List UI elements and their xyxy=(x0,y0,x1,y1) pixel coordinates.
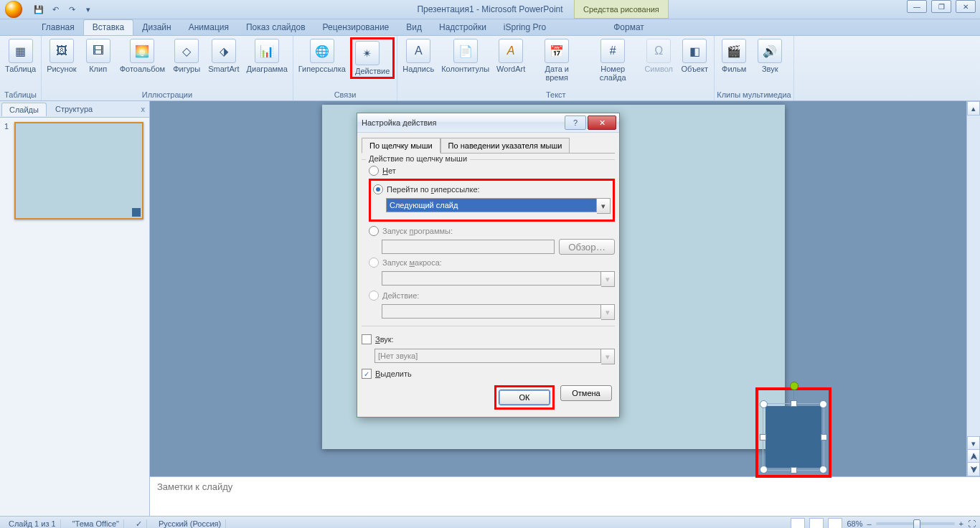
clip-button[interactable]: 🎞Клип xyxy=(81,37,116,75)
dialog-help-icon[interactable]: ? xyxy=(565,116,586,130)
redo-icon[interactable]: ↷ xyxy=(65,2,79,16)
zoom-percent[interactable]: 68% xyxy=(847,519,862,528)
notes-pane[interactable]: Заметки к слайду xyxy=(150,476,980,516)
radio-icon[interactable] xyxy=(373,184,383,194)
radio-icon[interactable] xyxy=(369,166,379,176)
group-illustrations-title: Иллюстрации xyxy=(44,90,291,100)
textbox-button[interactable]: AНадпись xyxy=(400,37,437,75)
status-language[interactable]: Русский (Россия) xyxy=(154,519,226,528)
header-footer-icon: 📄 xyxy=(453,39,478,63)
tab-review[interactable]: Рецензирование xyxy=(314,20,398,35)
tab-addins[interactable]: Надстройки xyxy=(430,20,495,35)
tab-ispring[interactable]: iSpring Pro xyxy=(495,20,555,35)
wordart-button[interactable]: AWordArt xyxy=(494,37,528,75)
resize-handle[interactable] xyxy=(819,400,827,408)
action-button[interactable]: ✴Действие xyxy=(350,37,395,79)
tab-animation[interactable]: Анимация xyxy=(180,20,237,35)
sound-combo: ▾ xyxy=(374,349,615,364)
resize-handle[interactable] xyxy=(791,467,797,473)
zoom-thumb[interactable] xyxy=(913,519,920,528)
resize-handle[interactable] xyxy=(821,434,827,440)
vertical-scrollbar[interactable]: ▴ ▾ ⮝ ⮟ xyxy=(966,101,980,476)
dropdown-arrow-icon[interactable]: ▾ xyxy=(597,198,611,214)
sound-button[interactable]: 🔊Звук xyxy=(753,37,787,75)
hyperlink-combo[interactable]: ▾ xyxy=(386,198,611,214)
zoom-slider[interactable] xyxy=(876,522,955,525)
ribbon: ▦Таблица Таблицы 🖼Рисунок 🎞Клип 🌅Фотоаль… xyxy=(0,36,980,101)
photoalbum-button[interactable]: 🌅Фотоальбом xyxy=(117,37,169,75)
picture-button[interactable]: 🖼Рисунок xyxy=(44,37,80,75)
movie-button[interactable]: 🎬Фильм xyxy=(717,37,751,75)
qa-customize-icon[interactable]: ▾ xyxy=(81,2,95,16)
radio-none[interactable]: Нет xyxy=(369,164,615,177)
spellcheck-icon[interactable]: ✓ xyxy=(131,519,147,529)
resize-handle[interactable] xyxy=(760,434,766,440)
pane-close-icon[interactable]: x xyxy=(141,105,146,113)
tab-slideshow[interactable]: Показ слайдов xyxy=(237,20,314,35)
tab-view[interactable]: Вид xyxy=(397,20,430,35)
chart-button[interactable]: 📊Диаграмма xyxy=(244,37,291,75)
slideshow-view-icon[interactable] xyxy=(828,518,842,528)
rotate-handle[interactable] xyxy=(790,382,798,390)
checkbox-icon[interactable] xyxy=(362,334,372,344)
resize-handle[interactable] xyxy=(819,466,827,473)
zoom-in-icon[interactable]: + xyxy=(959,519,963,528)
dialog-title-bar[interactable]: Настройка действия ? ✕ xyxy=(357,113,619,133)
shape-rectangle[interactable] xyxy=(765,406,821,468)
zoom-out-icon[interactable]: – xyxy=(867,519,871,528)
cancel-button[interactable]: Отмена xyxy=(560,385,612,401)
ok-highlight: ОК xyxy=(494,385,555,410)
object-button[interactable]: ◧Объект xyxy=(677,37,712,75)
smartart-button[interactable]: ⬗SmartArt xyxy=(205,37,242,75)
table-button[interactable]: ▦Таблица xyxy=(2,37,39,75)
outline-tab[interactable]: Структура xyxy=(48,103,100,116)
radio-run-macro: Запуск макроса: xyxy=(369,256,615,269)
tab-format[interactable]: Формат xyxy=(605,20,653,35)
slide-thumbnail[interactable] xyxy=(14,122,143,220)
sorter-view-icon[interactable] xyxy=(809,518,824,528)
close-button[interactable]: ✕ xyxy=(956,0,976,13)
shapes-icon: ◇ xyxy=(174,39,199,63)
scroll-down-icon[interactable]: ▾ xyxy=(967,436,980,451)
slide-number-button[interactable]: #Номер слайда xyxy=(585,37,640,83)
hyperlink-button[interactable]: 🌐Гиперссылка xyxy=(296,37,349,75)
radio-hyperlink[interactable]: Перейти по гиперссылке: xyxy=(373,183,611,196)
checkbox-icon[interactable]: ✓ xyxy=(362,369,372,379)
resize-handle[interactable] xyxy=(760,466,768,473)
next-slide-icon[interactable]: ⮟ xyxy=(967,462,980,476)
restore-button[interactable]: ❐ xyxy=(931,0,951,13)
office-button[interactable] xyxy=(0,0,27,19)
ok-button[interactable]: ОК xyxy=(499,390,550,405)
resize-handle[interactable] xyxy=(760,400,768,408)
tab-mouse-click[interactable]: По щелчку мыши xyxy=(362,138,440,154)
prev-slide-icon[interactable]: ⮝ xyxy=(967,449,980,463)
hyperlink-input[interactable] xyxy=(386,198,597,212)
slides-tab[interactable]: Слайды xyxy=(1,103,47,116)
action-combo: ▾ xyxy=(382,304,615,320)
drawing-tools-tab-label: Средства рисования xyxy=(574,0,669,19)
tab-mouse-over[interactable]: По наведении указателя мыши xyxy=(440,138,570,154)
header-footer-button[interactable]: 📄Колонтитулы xyxy=(438,37,492,75)
slides-pane: Слайды Структура x 1 xyxy=(0,101,150,516)
status-slide-count: Слайд 1 из 1 xyxy=(4,519,61,528)
normal-view-icon[interactable] xyxy=(791,518,805,528)
datetime-button[interactable]: 📅Дата и время xyxy=(529,37,584,83)
tab-design[interactable]: Дизайн xyxy=(133,20,179,35)
quick-access-toolbar: 💾 ↶ ↷ ▾ xyxy=(32,2,95,16)
resize-handle[interactable] xyxy=(791,400,797,407)
save-icon[interactable]: 💾 xyxy=(32,2,46,16)
radio-icon[interactable] xyxy=(369,226,379,236)
shapes-button[interactable]: ◇Фигуры xyxy=(169,37,204,75)
sound-checkbox-row[interactable]: Звук: xyxy=(362,332,615,346)
fit-to-window-icon[interactable]: ⛶ xyxy=(968,519,976,528)
radio-run-program[interactable]: Запуск программы: xyxy=(369,225,615,237)
window-title: Презентация1 - Microsoft PowerPoint xyxy=(0,4,980,14)
scroll-up-icon[interactable]: ▴ xyxy=(967,101,980,116)
undo-icon[interactable]: ↶ xyxy=(48,2,62,16)
tab-home[interactable]: Главная xyxy=(33,20,83,35)
tab-insert[interactable]: Вставка xyxy=(83,19,134,35)
dropdown-arrow-icon: ▾ xyxy=(601,304,615,320)
minimize-button[interactable]: — xyxy=(907,0,927,13)
highlight-checkbox-row[interactable]: ✓ Выделить xyxy=(362,367,615,381)
dialog-close-icon[interactable]: ✕ xyxy=(588,116,616,130)
